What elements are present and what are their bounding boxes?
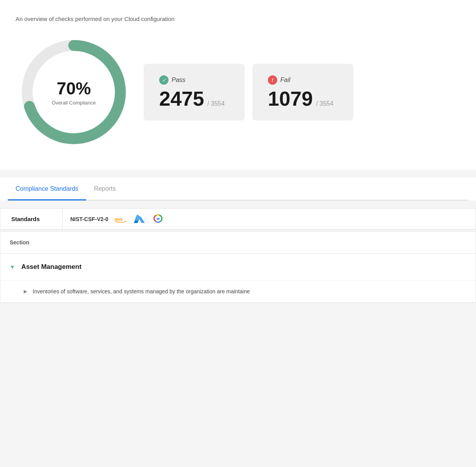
azure-logo[interactable] [133, 215, 146, 223]
standards-content: NIST-CSF-V2-0 aws [63, 210, 172, 228]
stat-cards: ✓ Pass 2475 / 3554 ! Fail 1079 [144, 64, 460, 120]
summary-subtitle: An overview of checks performed on your … [16, 16, 460, 22]
sub-row-text: Inventories of software, services, and s… [33, 288, 250, 294]
donut-center: 70% Overall Compliance [52, 79, 96, 106]
section-table: Section ▼ Asset Management ▶ Inventories… [0, 231, 476, 303]
fail-total: / 3554 [316, 100, 333, 107]
azure-svg [134, 214, 145, 225]
standards-bar: Standards NIST-CSF-V2-0 aws [0, 208, 476, 230]
gcp-svg [152, 213, 164, 225]
fail-value-row: 1079 / 3554 [268, 89, 338, 109]
svg-marker-3 [126, 221, 127, 222]
fail-value: 1079 [268, 87, 313, 110]
page-container: An overview of checks performed on your … [0, 0, 476, 467]
gcp-logo[interactable] [152, 215, 164, 223]
pass-total: / 3554 [207, 100, 224, 107]
donut-label: Overall Compliance [52, 100, 96, 106]
section-header: Section [0, 232, 476, 254]
standard-name: NIST-CSF-V2-0 [70, 216, 108, 222]
sub-row[interactable]: ▶ Inventories of software, services, and… [0, 281, 476, 303]
tab-reports[interactable]: Reports [86, 178, 123, 200]
pass-icon: ✓ [159, 75, 169, 85]
aws-logo[interactable]: aws [115, 215, 127, 223]
summary-content: 70% Overall Compliance ✓ Pass 2475 / 355… [16, 34, 460, 150]
pass-card: ✓ Pass 2475 / 3554 [144, 64, 245, 120]
fail-card: ! Fail 1079 / 3554 [252, 64, 353, 120]
chevron-down-icon[interactable]: ▼ [10, 264, 15, 270]
tabs-list: Compliance Standards Reports [8, 178, 468, 200]
pass-value: 2475 [159, 87, 204, 110]
fail-icon: ! [268, 75, 277, 85]
pass-value-row: 2475 / 3554 [159, 89, 229, 109]
donut-percent: 70% [52, 79, 96, 98]
tabs-section: Compliance Standards Reports [0, 178, 476, 200]
fail-card-header: ! Fail [268, 75, 338, 85]
fail-label: Fail [280, 77, 290, 84]
pass-label: Pass [172, 77, 186, 84]
pass-card-header: ✓ Pass [159, 75, 229, 85]
asset-management-title: Asset Management [21, 263, 82, 271]
donut-chart: 70% Overall Compliance [16, 34, 132, 150]
tab-compliance-standards[interactable]: Compliance Standards [8, 178, 86, 200]
svg-text:aws: aws [115, 216, 122, 221]
summary-card: An overview of checks performed on your … [0, 0, 476, 170]
aws-svg: aws [115, 215, 127, 223]
asset-management-row[interactable]: ▼ Asset Management [0, 254, 476, 281]
standards-label: Standards [0, 209, 63, 229]
chevron-right-icon[interactable]: ▶ [24, 289, 27, 294]
